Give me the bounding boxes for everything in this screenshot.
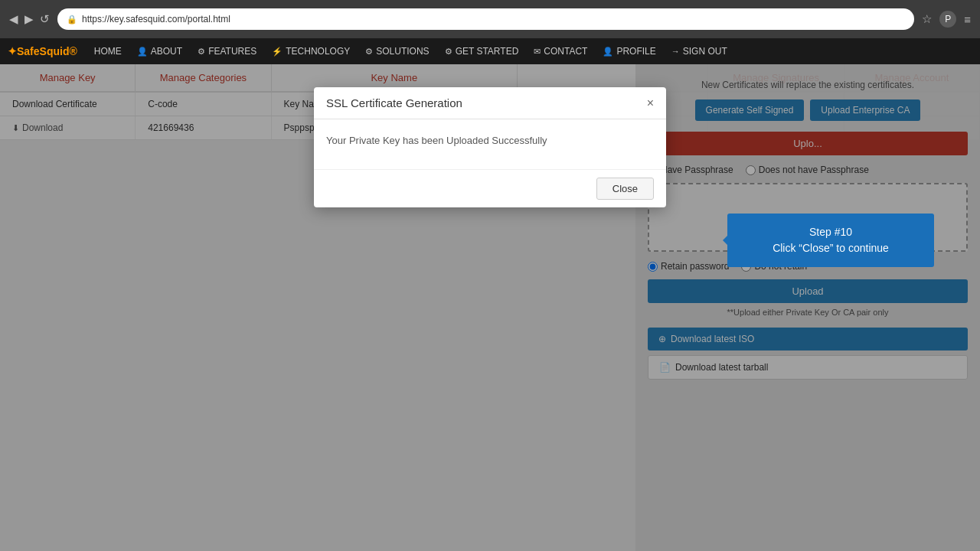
star-icon[interactable]: ☆ xyxy=(922,12,932,26)
lock-icon: 🔒 xyxy=(67,15,77,24)
features-icon: ⚙ xyxy=(198,47,205,57)
nav-contact[interactable]: ✉ CONTACT xyxy=(526,38,595,64)
nav-menu: ✦SafeSquid® HOME 👤 ABOUT ⚙ FEATURES ⚡ TE… xyxy=(0,38,980,64)
modal-message: Your Private Key has been Uploaded Succe… xyxy=(326,135,547,146)
menu-icon[interactable]: ≡ xyxy=(964,13,971,26)
step-number: Step #10 xyxy=(741,224,920,240)
profile-icon[interactable]: P xyxy=(939,11,956,28)
step-instruction: Click “Close” to continue xyxy=(741,240,920,256)
sign-out-icon: → xyxy=(671,47,680,56)
address-bar[interactable]: 🔒 https://key.safesquid.com/portal.html xyxy=(57,8,914,30)
modal-title: SSL Certificate Generation xyxy=(326,96,462,109)
main-content: Manage Key Manage Categories Key Name Ma… xyxy=(0,64,980,551)
step-tooltip: Step #10 Click “Close” to continue xyxy=(727,214,934,267)
forward-button[interactable]: ▶ xyxy=(24,12,34,26)
nav-sign-out[interactable]: → SIGN OUT xyxy=(664,38,735,64)
solutions-icon: ⚙ xyxy=(365,47,373,57)
browser-right-icons: ☆ P ≡ xyxy=(922,11,971,28)
contact-icon: ✉ xyxy=(534,47,541,57)
browser-nav[interactable]: ◀ ▶ ↺ xyxy=(9,12,50,26)
browser-chrome: ◀ ▶ ↺ 🔒 https://key.safesquid.com/portal… xyxy=(0,0,980,38)
modal-header: SSL Certificate Generation × xyxy=(314,87,666,119)
back-button[interactable]: ◀ xyxy=(9,12,18,26)
about-icon: 👤 xyxy=(137,47,148,57)
technology-icon: ⚡ xyxy=(272,47,283,57)
nav-profile[interactable]: 👤 PROFILE xyxy=(595,38,663,64)
modal-x-button[interactable]: × xyxy=(647,97,654,109)
nav-about[interactable]: 👤 ABOUT xyxy=(129,38,190,64)
ssl-modal: SSL Certificate Generation × Your Privat… xyxy=(314,87,666,207)
get-started-icon: ⚙ xyxy=(445,47,452,57)
profile-nav-icon: 👤 xyxy=(603,47,613,57)
modal-close-button[interactable]: Close xyxy=(596,178,654,200)
nav-get-started[interactable]: ⚙ GET STARTED xyxy=(437,38,527,64)
refresh-button[interactable]: ↺ xyxy=(40,12,50,26)
modal-footer: Close xyxy=(314,169,666,207)
nav-logo[interactable]: ✦SafeSquid® xyxy=(8,45,77,57)
modal-body: Your Private Key has been Uploaded Succe… xyxy=(314,119,666,169)
url-text: https://key.safesquid.com/portal.html xyxy=(82,14,230,24)
nav-solutions[interactable]: ⚙ SOLUTIONS xyxy=(358,38,436,64)
nav-features[interactable]: ⚙ FEATURES xyxy=(190,38,264,64)
modal-overlay: SSL Certificate Generation × Your Privat… xyxy=(0,64,980,551)
nav-home[interactable]: HOME xyxy=(87,38,129,64)
nav-technology[interactable]: ⚡ TECHNOLOGY xyxy=(264,38,358,64)
